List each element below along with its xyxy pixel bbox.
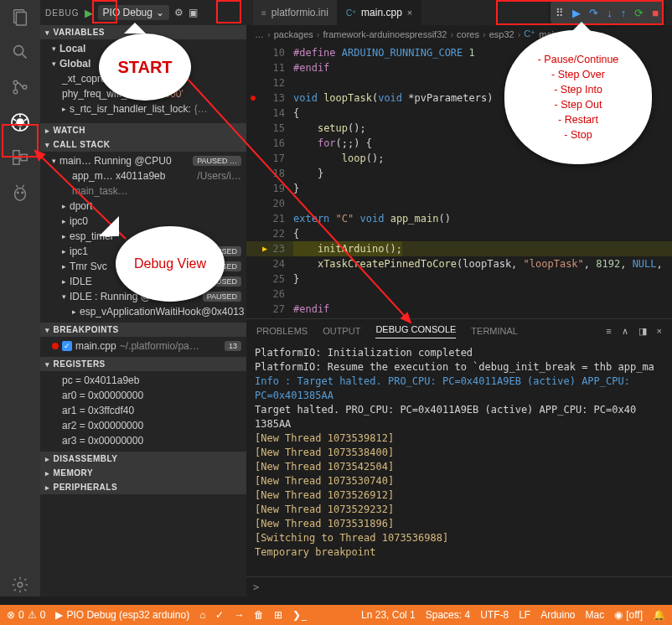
callout-toolbar: - Pause/Continue- Step Over- Step Into- …	[504, 30, 652, 164]
status-encoding[interactable]: UTF-8	[480, 609, 509, 621]
code-line[interactable]: 27#endif	[246, 302, 672, 317]
code-line[interactable]: 24 xTaskCreatePinnedToCore(loopTask, "lo…	[246, 256, 672, 271]
debug-icon[interactable]	[8, 111, 32, 134]
section-header[interactable]: ▸PERIPHERALS	[40, 480, 246, 494]
step-into-icon[interactable]: ↓	[607, 7, 613, 19]
code-line[interactable]: 20	[246, 196, 672, 211]
breadcrumb-item[interactable]: …	[255, 29, 264, 39]
status-home-icon[interactable]: ⌂	[199, 609, 205, 621]
console-line: [New Thread 1073542504]	[255, 460, 664, 474]
console-line: [Switching to Thread 1073536988]	[255, 531, 664, 545]
register-row: pc = 0x4011a9eb	[40, 373, 246, 388]
debug-settings-icon[interactable]: ⚙	[174, 7, 184, 18]
callstack-header[interactable]: ▾CALL STACK	[40, 137, 246, 152]
section-header[interactable]: ▸MEMORY	[40, 466, 246, 480]
status-serial-icon[interactable]: ⊞	[274, 609, 282, 621]
svg-point-18	[15, 189, 26, 201]
panel-maximize-icon[interactable]: ◨	[638, 326, 647, 337]
console-line: Target halted. PRO_CPU: PC=0x4011A9EB (a…	[255, 403, 664, 417]
breakpoint-item[interactable]: ✓ main.cpp ~/.platformio/pa… 13	[40, 338, 246, 354]
step-out-icon[interactable]: ↑	[621, 7, 627, 19]
scm-icon[interactable]	[8, 75, 32, 99]
status-spaces[interactable]: Spaces: 4	[426, 609, 470, 621]
registers-header[interactable]: ▾REGISTERS	[40, 357, 246, 371]
settings-gear-icon[interactable]	[8, 573, 32, 597]
status-bell-icon[interactable]: 🔔	[653, 609, 665, 621]
status-debug-task[interactable]: ▶ PIO Debug (esp32 arduino)	[55, 609, 189, 621]
status-live-share[interactable]: ◉ [off]	[614, 609, 643, 621]
panel-tab[interactable]: DEBUG CONSOLE	[375, 324, 456, 338]
chevron-updown-icon: ⌄	[156, 7, 164, 18]
tab-platformio-ini[interactable]: ≡ platformio.ini	[253, 0, 338, 25]
svg-line-21	[16, 185, 18, 188]
panel-close-icon[interactable]: ×	[657, 326, 662, 337]
thread-row[interactable]: ▸esp_vApplicationWaitiHook@0x4013	[40, 304, 246, 319]
debug-console[interactable]: PlatformIO: Initialization completedPlat…	[246, 343, 672, 576]
console-line: PC=0x401385AA	[255, 389, 664, 403]
editor-tab-bar: ≡ platformio.ini C⁺ main.cpp × ⠿ ▶ ↷ ↓ ↑…	[246, 0, 672, 25]
status-os[interactable]: Mac	[586, 609, 605, 621]
variable-row[interactable]: ▸s_rtc_isr_handler_list_lock: {…	[40, 101, 246, 116]
status-cursor-pos[interactable]: Ln 23, Col 1	[361, 609, 416, 621]
svg-rect-1	[16, 13, 26, 26]
status-terminal-icon[interactable]: ❯_	[292, 609, 307, 621]
svg-rect-15	[13, 151, 19, 157]
panel-tab[interactable]: PROBLEMS	[256, 326, 308, 336]
breakpoints-header[interactable]: ▾BREAKPOINTS	[40, 323, 246, 337]
code-line[interactable]: 18 }	[246, 166, 672, 181]
clear-console-icon[interactable]: ≡	[606, 326, 611, 337]
stop-icon[interactable]: ■	[652, 7, 659, 19]
svg-line-12	[24, 119, 27, 121]
thread-row[interactable]: ▸dport	[40, 199, 246, 214]
breadcrumb-item[interactable]: packages	[274, 29, 313, 39]
console-line: [New Thread 1073539812]	[255, 431, 664, 446]
thread-row[interactable]: ▸ipc0	[40, 214, 246, 229]
start-debug-icon[interactable]: ▶	[85, 7, 93, 19]
debug-console-icon[interactable]: ▣	[189, 7, 198, 18]
breadcrumb-item[interactable]: esp32	[489, 29, 514, 39]
code-line[interactable]: 22{	[246, 226, 672, 241]
status-upload-icon[interactable]: →	[234, 609, 244, 621]
svg-point-5	[13, 90, 18, 94]
code-line[interactable]: 26	[246, 287, 672, 302]
code-line[interactable]: 25}	[246, 271, 672, 287]
drag-handle-icon[interactable]: ⠿	[556, 7, 564, 19]
breakpoint-dot-icon	[52, 343, 59, 349]
panel-tab[interactable]: TERMINAL	[471, 326, 518, 336]
breadcrumb-item[interactable]: cores	[457, 29, 479, 39]
breakpoint-checkbox[interactable]: ✓	[62, 341, 72, 351]
platformio-icon[interactable]	[8, 181, 32, 204]
console-line: [New Thread 1073526912]	[255, 488, 664, 503]
code-line[interactable]: ▶23 initArduino();	[246, 241, 672, 256]
panel-collapse-icon[interactable]: ∧	[622, 326, 628, 337]
status-eol[interactable]: LF	[519, 609, 530, 621]
status-language[interactable]: Arduino	[540, 609, 575, 621]
status-errors[interactable]: ⊗ 0 ⚠ 0	[7, 609, 45, 621]
tab-main-cpp[interactable]: C⁺ main.cpp ×	[338, 0, 421, 25]
status-clean-icon[interactable]: 🗑	[254, 609, 264, 621]
stack-frame[interactable]: main_task…	[40, 183, 246, 199]
svg-line-3	[23, 54, 27, 59]
status-bar: ⊗ 0 ⚠ 0 ▶ PIO Debug (esp32 arduino) ⌂ ✓ …	[0, 605, 672, 625]
code-line[interactable]: 19}	[246, 181, 672, 196]
status-build-icon[interactable]: ✓	[215, 609, 224, 621]
watch-header[interactable]: ▸WATCH	[40, 123, 246, 137]
close-tab-icon[interactable]: ×	[407, 8, 412, 18]
debug-repl-input[interactable]: >	[246, 576, 672, 597]
file-icon: ≡	[261, 8, 266, 18]
console-line: PlatformIO: Resume the execution to `deb…	[255, 360, 664, 374]
extensions-icon[interactable]	[8, 146, 32, 169]
search-icon[interactable]	[8, 40, 32, 64]
restart-icon[interactable]: ⟳	[634, 7, 644, 19]
callout-start: START	[99, 34, 191, 101]
breadcrumb-item[interactable]: framework-arduinoespressif32	[323, 29, 447, 39]
svg-rect-17	[21, 154, 27, 160]
console-line: Temporary breakpoint	[255, 545, 664, 560]
stack-frame[interactable]: app_m… x4011a9eb/Users/i…	[40, 168, 246, 183]
callstack-thread[interactable]: ▾main… Running @CPU0 PAUSED …	[40, 153, 246, 168]
panel-tab[interactable]: OUTPUT	[323, 326, 360, 336]
section-header[interactable]: ▸DISASSEMBLY	[40, 452, 246, 466]
explorer-icon[interactable]	[8, 5, 32, 28]
svg-rect-16	[13, 158, 19, 164]
code-line[interactable]: 21extern "C" void app_main()	[246, 211, 672, 226]
